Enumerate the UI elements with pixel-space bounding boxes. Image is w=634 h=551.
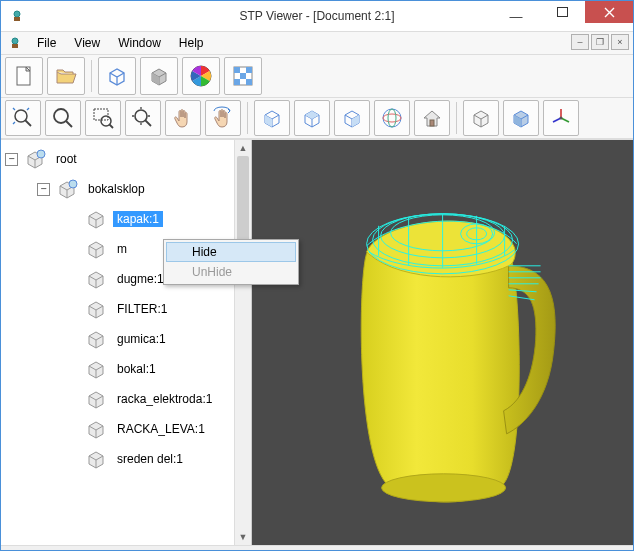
tree-label: bokal:1: [113, 361, 160, 377]
zoom-button[interactable]: [45, 100, 81, 136]
tree-label: RACKA_LEVA:1: [113, 421, 209, 437]
toolbar-view: [1, 98, 633, 139]
zoom-window-button[interactable]: [85, 100, 121, 136]
context-menu: Hide UnHide: [163, 239, 299, 285]
wireframe-button[interactable]: [98, 57, 136, 95]
zoom-dynamic-button[interactable]: [125, 100, 161, 136]
zoom-fit-button[interactable]: [5, 100, 41, 136]
mdi-minimize-button[interactable]: –: [571, 34, 589, 50]
svg-point-20: [388, 109, 396, 127]
svg-point-25: [381, 473, 505, 501]
assembly-icon: [22, 146, 48, 172]
svg-point-3: [12, 38, 18, 44]
open-button[interactable]: [47, 57, 85, 95]
svg-point-14: [54, 109, 68, 123]
part-icon: [83, 206, 109, 232]
mdi-buttons: – ❐ ×: [571, 34, 629, 50]
shaded-button[interactable]: [140, 57, 178, 95]
titlebar: STP Viewer - [Document 2:1] —: [1, 1, 633, 32]
window-buttons: —: [493, 1, 633, 23]
svg-rect-9: [246, 67, 252, 73]
rotate-button[interactable]: [205, 100, 241, 136]
close-button[interactable]: [585, 1, 633, 23]
statusbar: [1, 545, 633, 550]
window-title: STP Viewer - [Document 2:1]: [240, 9, 395, 23]
menubar: File View Window Help – ❐ ×: [1, 32, 633, 55]
collapse-icon[interactable]: −: [5, 153, 18, 166]
home-view-button[interactable]: [414, 100, 450, 136]
part-icon: [83, 356, 109, 382]
mdi-close-button[interactable]: ×: [611, 34, 629, 50]
tree-label: bokalsklop: [84, 181, 149, 197]
scroll-up-icon[interactable]: ▲: [235, 140, 251, 156]
color-button[interactable]: [182, 57, 220, 95]
toolbar-main: [1, 55, 633, 98]
content-area: − root − bokalsklop kapak:1: [1, 139, 633, 545]
tree-pane: − root − bokalsklop kapak:1: [1, 140, 252, 545]
tree-part-node[interactable]: racka_elektroda:1: [5, 384, 249, 414]
tree-part-node[interactable]: kapak:1: [5, 204, 249, 234]
app-window: STP Viewer - [Document 2:1] — File View …: [0, 0, 634, 551]
tree-assembly-node[interactable]: − bokalsklop: [5, 174, 249, 204]
tree-label: gumica:1: [113, 331, 170, 347]
svg-point-22: [560, 117, 563, 120]
context-menu-hide[interactable]: Hide: [166, 242, 296, 262]
view-front-button[interactable]: [254, 100, 290, 136]
svg-rect-11: [234, 79, 240, 85]
svg-point-23: [37, 150, 45, 158]
view-top-button[interactable]: [294, 100, 330, 136]
app-icon: [9, 8, 25, 24]
svg-point-24: [69, 180, 77, 188]
model-render: [308, 155, 588, 515]
svg-point-18: [383, 109, 401, 127]
svg-point-0: [14, 11, 20, 17]
tree-part-node[interactable]: sreden del:1: [5, 444, 249, 474]
box-dark-button[interactable]: [503, 100, 539, 136]
mdi-restore-button[interactable]: ❐: [591, 34, 609, 50]
tree-label: sreden del:1: [113, 451, 187, 467]
part-icon: [83, 416, 109, 442]
tree-label: FILTER:1: [113, 301, 171, 317]
part-icon: [83, 386, 109, 412]
toolbar-separator: [91, 60, 92, 92]
menu-window[interactable]: Window: [110, 34, 169, 52]
toolbar-separator: [456, 102, 457, 134]
pan-button[interactable]: [165, 100, 201, 136]
menu-view[interactable]: View: [66, 34, 108, 52]
svg-rect-1: [14, 17, 20, 21]
tree-part-node[interactable]: RACKA_LEVA:1: [5, 414, 249, 444]
tree-part-node[interactable]: bokal:1: [5, 354, 249, 384]
menu-file[interactable]: File: [29, 34, 64, 52]
maximize-button[interactable]: [539, 1, 585, 23]
scene-tree[interactable]: − root − bokalsklop kapak:1: [1, 140, 251, 478]
tree-root-node[interactable]: − root: [5, 144, 249, 174]
menu-help[interactable]: Help: [171, 34, 212, 52]
collapse-icon[interactable]: −: [37, 183, 50, 196]
context-menu-unhide[interactable]: UnHide: [166, 262, 296, 282]
doc-icon: [7, 35, 23, 51]
svg-rect-4: [12, 44, 18, 48]
new-button[interactable]: [5, 57, 43, 95]
scroll-down-icon[interactable]: ▼: [235, 529, 251, 545]
svg-rect-8: [234, 67, 240, 73]
tree-label: root: [52, 151, 81, 167]
svg-rect-10: [240, 73, 246, 79]
tree-label: kapak:1: [113, 211, 163, 227]
svg-rect-2: [557, 8, 567, 17]
minimize-button[interactable]: —: [493, 1, 539, 23]
view-iso-button[interactable]: [374, 100, 410, 136]
box-light-button[interactable]: [463, 100, 499, 136]
texture-button[interactable]: [224, 57, 262, 95]
view-side-button[interactable]: [334, 100, 370, 136]
svg-rect-21: [430, 120, 434, 126]
tree-scrollbar[interactable]: ▲ ▼: [234, 140, 251, 545]
axes-button[interactable]: [543, 100, 579, 136]
tree-part-node[interactable]: FILTER:1: [5, 294, 249, 324]
part-icon: [83, 326, 109, 352]
part-icon: [83, 446, 109, 472]
tree-part-node[interactable]: gumica:1: [5, 324, 249, 354]
svg-point-19: [383, 114, 401, 122]
part-icon: [83, 296, 109, 322]
3d-viewport[interactable]: [252, 140, 633, 545]
part-icon: [83, 236, 109, 262]
